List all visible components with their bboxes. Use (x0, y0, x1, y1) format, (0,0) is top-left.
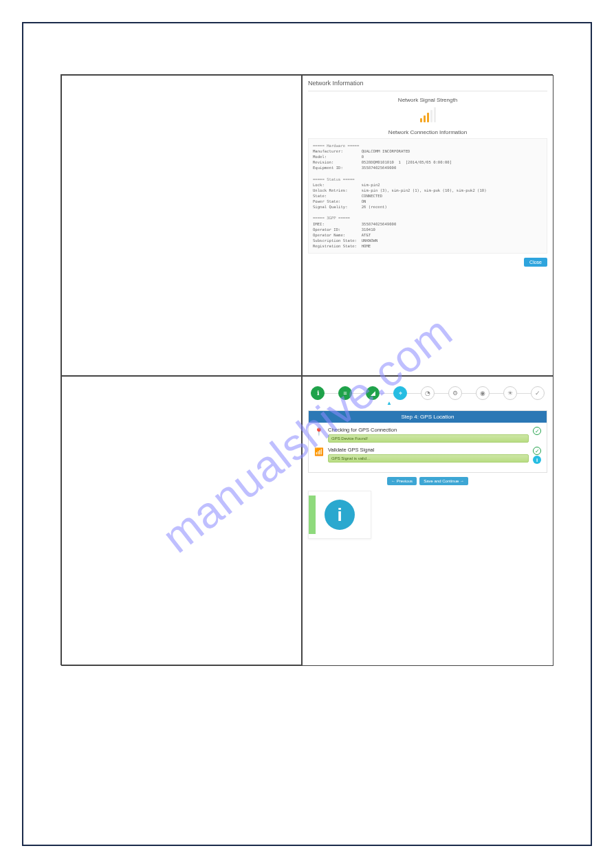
gpp-op-name: AT&T (362, 233, 371, 237)
signal-bars-icon (308, 107, 547, 122)
callout-stripe (309, 496, 316, 534)
hw-header: ===== Hardware ===== (313, 144, 359, 148)
network-info-title: Network Information (308, 80, 547, 87)
cell-bottom-left (61, 376, 302, 666)
check-icon: ✓ (533, 447, 541, 455)
cell-top-left (61, 75, 302, 376)
close-button[interactable]: Close (524, 258, 547, 267)
gpp-imei: 355874025649000 (362, 222, 397, 226)
status-power: ON (362, 199, 366, 203)
signal-strength-heading: Network Signal Strength (308, 97, 547, 103)
wizard-step-3[interactable]: ◢ (366, 386, 380, 400)
hw-equipment-id: 355874025649000 (362, 166, 397, 170)
gps-check-status-bar: GPS Device Found! (328, 434, 529, 443)
gpp-header: ===== 3GPP ===== (313, 216, 350, 220)
step-panel: Step 4: GPS Location 📍 Checking for GPS … (308, 410, 547, 473)
save-continue-button[interactable]: Save and Continue → (419, 477, 468, 485)
connection-info-heading: Network Connection Information (308, 129, 547, 135)
status-header: ===== Status ===== (313, 177, 355, 181)
gpp-reg-state: HOME (362, 244, 371, 248)
wizard-step-5[interactable]: ◔ (421, 386, 435, 400)
wizard-step-7[interactable]: ◉ (476, 386, 490, 400)
status-lock: sim-pin2 (362, 183, 380, 187)
status-state: CONNECTED (362, 194, 382, 198)
gps-check-label: Checking for GPS Connection (328, 427, 529, 433)
wizard-step-2[interactable]: ≡ (338, 386, 352, 400)
hw-model: 0 (362, 155, 364, 159)
wizard-step-4[interactable]: ⌖ (393, 386, 407, 400)
cell-top-right: Network Information Network Signal Stren… (302, 75, 553, 376)
previous-button[interactable]: ← Previous (387, 477, 417, 485)
gps-validate-status-bar: GPS Signal is valid… (328, 454, 529, 463)
wizard-step-6[interactable]: ⚙ (448, 386, 462, 400)
wizard-nav: ℹ ≡ ◢ ⌖ ◔ ⚙ ◉ ☀ ✓ (311, 386, 545, 400)
check-icon: ✓ (533, 427, 541, 435)
status-signal: 26 (recent) (362, 205, 387, 209)
hw-manufacturer: QUALCOMM INCORPORATED (362, 149, 410, 153)
cell-bottom-right: ℹ ≡ ◢ ⌖ ◔ ⚙ ◉ ☀ ✓ ▲ Step 4: GPS Location… (302, 376, 553, 666)
info-callout-card: i (308, 491, 371, 539)
content-table: Network Information Network Signal Stren… (61, 74, 553, 665)
info-large-icon: i (325, 500, 355, 530)
connection-info-box: ===== Hardware ===== Manufacturer: QUALC… (308, 138, 547, 254)
status-unlock: sim-pin (3), sim-pin2 (1), sim-puk (10),… (362, 188, 487, 192)
gpp-sub-state: UNKNOWN (362, 238, 378, 243)
divider (308, 91, 547, 91)
hw-revision: 0528DQM0101010 1 [2014/05/05 0:00:00] (362, 160, 452, 164)
signal-icon: 📶 (314, 447, 324, 456)
location-pin-icon: 📍 (314, 427, 324, 436)
wizard-step-9[interactable]: ✓ (531, 386, 545, 400)
gps-check-row: 📍 Checking for GPS Connection GPS Device… (314, 427, 541, 443)
gpp-op-id: 310410 (362, 227, 375, 232)
info-icon[interactable]: i (533, 456, 541, 464)
gps-validate-row: 📶 Validate GPS Signal GPS Signal is vali… (314, 447, 541, 464)
wizard-step-1[interactable]: ℹ (311, 386, 325, 400)
wizard-step-8[interactable]: ☀ (503, 386, 517, 400)
step-panel-title: Step 4: GPS Location (309, 411, 547, 423)
gps-validate-label: Validate GPS Signal (328, 447, 529, 453)
active-step-caret-icon: ▲ (302, 400, 547, 406)
